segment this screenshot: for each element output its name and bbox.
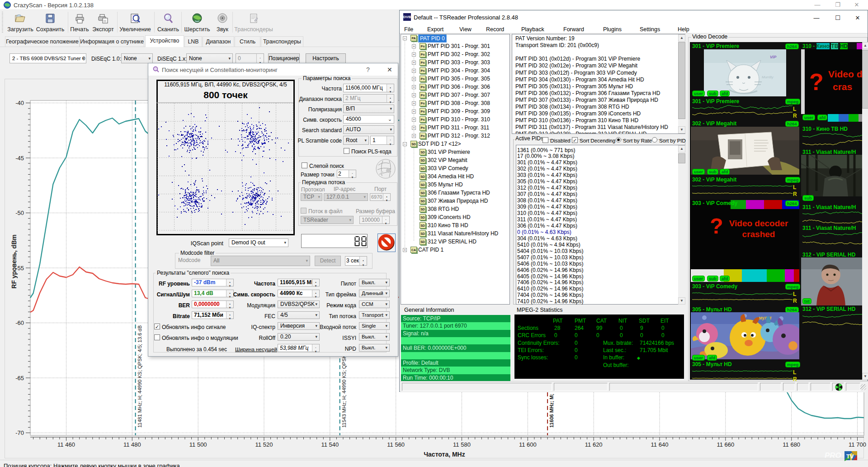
svg-text:11 480: 11 480 — [123, 441, 141, 448]
svg-text:-50: -50 — [15, 210, 24, 216]
svg-text:-40: -40 — [15, 100, 24, 106]
svg-text:11 560: 11 560 — [387, 441, 405, 448]
svg-text:11 680: 11 680 — [783, 441, 800, 448]
svg-text:11 520: 11 520 — [255, 441, 273, 448]
svg-text:11 660: 11 660 — [717, 441, 734, 448]
svg-text:MurrBy: MurrBy — [762, 75, 774, 79]
svg-text:Video decoder: Video decoder — [729, 219, 788, 228]
svg-text:11 500: 11 500 — [189, 441, 207, 448]
svg-text:-70: -70 — [15, 429, 24, 436]
svg-text:11 540: 11 540 — [321, 441, 339, 448]
svg-text:-60: -60 — [15, 319, 24, 326]
svg-text:11 640: 11 640 — [651, 441, 669, 448]
svg-text:11 600: 11 600 — [519, 441, 537, 448]
svg-text:Частота, MHz: Частота, MHz — [424, 451, 465, 458]
svg-text:11 580: 11 580 — [453, 441, 471, 448]
svg-text:-45: -45 — [15, 155, 24, 162]
svg-text:-65: -65 — [15, 375, 24, 381]
svg-text:11481 MHz; H; 44990 KS; QPSK;: 11481 MHz; H; 44990 KS; QPSK; 4/5; 13.6 … — [137, 325, 142, 428]
svg-text:Video d: Video d — [828, 69, 862, 79]
svg-text:TV: TV — [846, 453, 854, 460]
svg-text:crashed: crashed — [742, 229, 775, 239]
svg-text:11 460: 11 460 — [57, 441, 75, 448]
svg-text:?: ? — [809, 69, 824, 95]
svg-text:RF уровень, dBm: RF уровень, dBm — [10, 234, 18, 288]
svg-text:11 620: 11 620 — [585, 441, 603, 448]
svg-text:ViP: ViP — [770, 55, 777, 59]
svg-text:?: ? — [710, 214, 723, 238]
svg-text:cras: cras — [833, 81, 852, 92]
svg-text:11 700: 11 700 — [849, 441, 866, 448]
